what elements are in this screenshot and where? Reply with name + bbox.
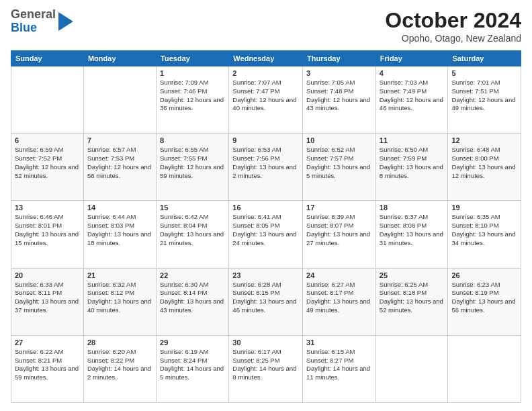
sunrise: Sunrise: 6:28 AM (232, 281, 281, 288)
sunset: Sunset: 8:21 PM (15, 357, 62, 364)
calendar-cell: 9 Sunrise: 6:53 AM Sunset: 7:56 PM Dayli… (229, 134, 303, 201)
day-number: 12 (451, 136, 517, 144)
day-number: 19 (451, 203, 517, 212)
calendar-cell (11, 66, 84, 134)
sunrise: Sunrise: 6:35 AM (451, 213, 500, 220)
sunset: Sunset: 7:56 PM (232, 154, 279, 162)
sunrise: Sunrise: 6:55 AM (160, 146, 208, 153)
calendar-cell: 4 Sunrise: 7:03 AM Sunset: 7:49 PM Dayli… (375, 66, 448, 134)
cell-content: Sunrise: 6:15 AM Sunset: 8:27 PM Dayligh… (306, 348, 372, 382)
calendar-cell: 18 Sunrise: 6:37 AM Sunset: 8:08 PM Dayl… (375, 201, 448, 268)
day-number: 29 (160, 338, 225, 347)
cell-content: Sunrise: 6:19 AM Sunset: 8:24 PM Dayligh… (160, 348, 225, 382)
cell-content: Sunrise: 6:59 AM Sunset: 7:52 PM Dayligh… (15, 146, 80, 180)
sunset: Sunset: 8:17 PM (306, 289, 353, 296)
sunset: Sunset: 8:00 PM (451, 154, 498, 162)
cell-content: Sunrise: 6:42 AM Sunset: 8:04 PM Dayligh… (160, 213, 225, 247)
sunset: Sunset: 8:10 PM (451, 222, 498, 229)
day-number: 24 (306, 271, 372, 279)
cell-content: Sunrise: 7:03 AM Sunset: 7:49 PM Dayligh… (380, 79, 445, 113)
sunrise: Sunrise: 6:33 AM (15, 281, 63, 288)
sunset: Sunset: 8:15 PM (232, 289, 279, 296)
header: General Blue October 2024 Opoho, Otago, … (11, 8, 521, 44)
cell-content: Sunrise: 7:05 AM Sunset: 7:48 PM Dayligh… (306, 79, 372, 113)
sunset: Sunset: 8:27 PM (306, 357, 353, 364)
daylight: Daylight: 13 hours and 24 minutes. (232, 230, 296, 246)
day-number: 17 (306, 203, 372, 212)
day-number: 31 (306, 338, 372, 347)
calendar-cell: 2 Sunrise: 7:07 AM Sunset: 7:47 PM Dayli… (229, 66, 303, 134)
sunset: Sunset: 8:12 PM (87, 289, 134, 296)
daylight: Daylight: 12 hours and 36 minutes. (160, 96, 224, 112)
logo-general-text: General (11, 8, 56, 21)
calendar-cell: 21 Sunrise: 6:32 AM Sunset: 8:12 PM Dayl… (83, 268, 156, 335)
sunset: Sunset: 8:11 PM (15, 289, 62, 296)
location: Opoho, Otago, New Zealand (385, 33, 521, 44)
day-number: 28 (87, 338, 152, 347)
day-number: 15 (160, 203, 225, 212)
day-number: 22 (160, 271, 225, 279)
sunset: Sunset: 7:47 PM (232, 87, 279, 95)
daylight: Daylight: 13 hours and 2 minutes. (232, 163, 296, 179)
calendar-cell: 22 Sunrise: 6:30 AM Sunset: 8:14 PM Dayl… (157, 268, 229, 335)
sunset: Sunset: 7:49 PM (380, 87, 427, 95)
sunrise: Sunrise: 6:46 AM (15, 213, 63, 220)
cell-content: Sunrise: 6:52 AM Sunset: 7:57 PM Dayligh… (306, 146, 372, 180)
day-number: 7 (87, 136, 152, 144)
calendar-cell: 29 Sunrise: 6:19 AM Sunset: 8:24 PM Dayl… (157, 335, 229, 402)
day-number: 25 (380, 271, 445, 279)
cell-content: Sunrise: 6:23 AM Sunset: 8:19 PM Dayligh… (451, 281, 517, 315)
daylight: Daylight: 14 hours and 11 minutes. (306, 365, 370, 381)
logo-icon (58, 12, 73, 31)
calendar-cell (83, 66, 156, 134)
sunrise: Sunrise: 7:09 AM (160, 79, 208, 86)
sunset: Sunset: 8:14 PM (160, 289, 207, 296)
daylight: Daylight: 13 hours and 15 minutes. (15, 230, 79, 246)
daylight: Daylight: 12 hours and 49 minutes. (451, 96, 515, 112)
page: General Blue October 2024 Opoho, Otago, … (0, 0, 532, 411)
daylight: Daylight: 13 hours and 12 minutes. (451, 163, 515, 179)
day-number: 16 (232, 203, 299, 212)
sunrise: Sunrise: 6:20 AM (87, 348, 136, 355)
sunrise: Sunrise: 6:42 AM (160, 213, 208, 220)
calendar-cell: 27 Sunrise: 6:22 AM Sunset: 8:21 PM Dayl… (11, 335, 84, 402)
cell-content: Sunrise: 6:46 AM Sunset: 8:01 PM Dayligh… (15, 213, 80, 247)
day-header-friday: Friday (375, 51, 448, 66)
sunrise: Sunrise: 6:25 AM (380, 281, 428, 288)
day-number: 21 (87, 271, 152, 279)
cell-content: Sunrise: 6:39 AM Sunset: 8:07 PM Dayligh… (306, 213, 372, 247)
calendar-cell: 6 Sunrise: 6:59 AM Sunset: 7:52 PM Dayli… (11, 134, 84, 201)
sunset: Sunset: 8:18 PM (380, 289, 427, 296)
daylight: Daylight: 13 hours and 37 minutes. (15, 298, 79, 314)
daylight: Daylight: 13 hours and 52 minutes. (380, 298, 443, 314)
cell-content: Sunrise: 6:35 AM Sunset: 8:10 PM Dayligh… (451, 213, 517, 247)
cell-content: Sunrise: 6:37 AM Sunset: 8:08 PM Dayligh… (380, 213, 445, 247)
sunset: Sunset: 8:03 PM (87, 222, 134, 229)
day-header-monday: Monday (83, 51, 156, 66)
day-header-sunday: Sunday (11, 51, 84, 66)
day-number: 6 (15, 136, 80, 144)
daylight: Daylight: 13 hours and 5 minutes. (306, 163, 370, 179)
sunrise: Sunrise: 6:44 AM (87, 213, 136, 220)
cell-content: Sunrise: 6:55 AM Sunset: 7:55 PM Dayligh… (160, 146, 225, 180)
cell-content: Sunrise: 6:32 AM Sunset: 8:12 PM Dayligh… (87, 281, 152, 315)
day-number: 26 (451, 271, 517, 279)
calendar-cell: 12 Sunrise: 6:48 AM Sunset: 8:00 PM Dayl… (448, 134, 521, 201)
sunrise: Sunrise: 6:41 AM (232, 213, 281, 220)
daylight: Daylight: 13 hours and 27 minutes. (306, 230, 370, 246)
sunset: Sunset: 8:22 PM (87, 357, 134, 364)
day-number: 20 (15, 271, 80, 279)
day-number: 1 (160, 69, 225, 77)
sunrise: Sunrise: 7:07 AM (232, 79, 281, 86)
daylight: Daylight: 13 hours and 43 minutes. (160, 298, 224, 314)
sunset: Sunset: 7:51 PM (451, 87, 498, 95)
sunrise: Sunrise: 6:23 AM (451, 281, 500, 288)
cell-content: Sunrise: 6:57 AM Sunset: 7:53 PM Dayligh… (87, 146, 152, 180)
week-row-3: 13 Sunrise: 6:46 AM Sunset: 8:01 PM Dayl… (11, 201, 521, 268)
logo-blue-text: Blue (11, 21, 56, 35)
sunset: Sunset: 7:48 PM (306, 87, 353, 95)
calendar-cell: 14 Sunrise: 6:44 AM Sunset: 8:03 PM Dayl… (83, 201, 156, 268)
sunset: Sunset: 8:05 PM (232, 222, 279, 229)
sunrise: Sunrise: 6:59 AM (15, 146, 63, 153)
cell-content: Sunrise: 6:25 AM Sunset: 8:18 PM Dayligh… (380, 281, 445, 315)
